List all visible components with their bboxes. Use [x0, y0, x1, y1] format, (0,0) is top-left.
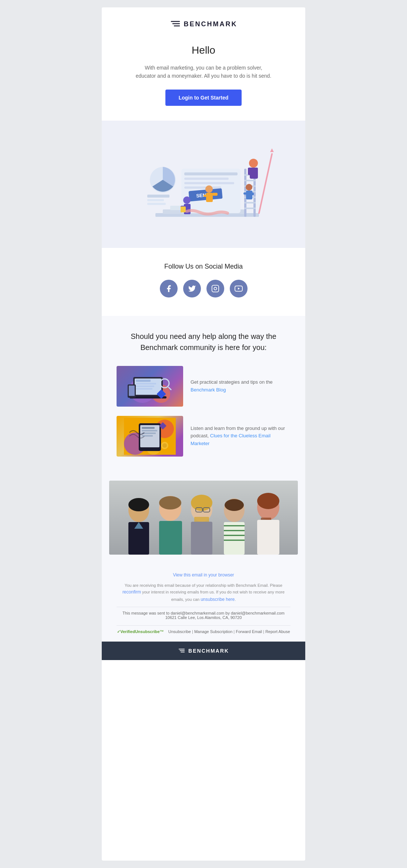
youtube-icon[interactable] [230, 280, 248, 297]
podcast-resource-item: Listen and learn from the ground up with… [117, 416, 290, 457]
svg-point-40 [246, 184, 252, 191]
unsubscribe-link[interactable]: unsubscribe here [201, 597, 235, 602]
reconfirm-link[interactable]: reconfirm [122, 589, 141, 595]
facebook-icon[interactable] [160, 280, 178, 297]
cta-button[interactable]: Login to Get Started [165, 90, 242, 106]
svg-point-97 [257, 493, 279, 509]
svg-rect-57 [129, 386, 135, 396]
blog-thumbnail [117, 366, 183, 407]
footer-legal-text: You are receiving this email because of … [117, 582, 290, 603]
svg-rect-99 [257, 520, 279, 555]
svg-rect-52 [136, 383, 156, 384]
forward-email-link[interactable]: Forward Email [236, 629, 262, 634]
hero-body: With email marketing, you can be a probl… [124, 64, 283, 80]
social-section: Follow Us on Social Media [102, 248, 305, 316]
svg-rect-30 [248, 168, 252, 175]
footer-divider [117, 607, 290, 607]
svg-rect-25 [244, 208, 256, 209]
logo-area: BENCHMARK [109, 18, 298, 30]
manage-subscription-link[interactable]: Manage Subscription [194, 629, 232, 634]
illustration-section: SEND [102, 121, 305, 248]
svg-point-83 [191, 495, 212, 511]
podcast-resource-text: Listen and learn from the ground up with… [191, 425, 290, 448]
svg-rect-33 [206, 193, 213, 202]
svg-rect-85 [191, 522, 212, 555]
svg-rect-43 [249, 192, 254, 195]
svg-rect-54 [136, 388, 152, 390]
podcast-link[interactable]: Clues for the Clueless Email Marketer [191, 433, 270, 446]
hero-title: Hello [124, 44, 283, 56]
verified-badge: ✓VerifiedUnsubscribe™ [117, 629, 164, 634]
svg-marker-46 [238, 287, 239, 290]
svg-rect-15 [147, 199, 164, 201]
svg-rect-91 [224, 522, 245, 555]
unsubscribe-footer-link[interactable]: Unsubscribe [168, 629, 191, 634]
svg-rect-7 [184, 172, 238, 175]
svg-rect-20 [244, 180, 256, 181]
team-photo [109, 481, 298, 555]
svg-point-72 [162, 443, 167, 448]
svg-point-32 [205, 185, 213, 193]
community-section: Should you need any help along the way t… [102, 316, 305, 473]
svg-rect-31 [253, 168, 258, 175]
footer-section: View this email in your browser You are … [102, 562, 305, 660]
footer-divider-2 [117, 625, 290, 626]
logo-text: BENCHMARK [184, 20, 238, 28]
team-illustration [109, 481, 298, 555]
svg-point-28 [249, 159, 258, 168]
svg-rect-10 [184, 186, 221, 189]
svg-rect-8 [184, 178, 229, 180]
svg-point-36 [183, 196, 191, 204]
svg-rect-81 [159, 521, 182, 555]
report-abuse-link[interactable]: Report Abuse [265, 629, 290, 634]
twitter-icon[interactable] [183, 280, 201, 297]
svg-rect-35 [212, 193, 218, 196]
svg-rect-39 [181, 206, 186, 212]
hero-illustration: SEND [126, 132, 281, 235]
footer-bottom-links: ✓VerifiedUnsubscribe™ Unsubscribe | Mana… [117, 629, 290, 634]
svg-rect-44 [212, 285, 218, 292]
svg-rect-24 [244, 202, 256, 203]
svg-rect-14 [147, 195, 169, 198]
benchmark-logo-icon [170, 18, 181, 30]
svg-rect-51 [136, 380, 151, 382]
email-header: BENCHMARK [102, 7, 305, 33]
community-title: Should you need any help along the way t… [117, 331, 290, 353]
footer-logo-text: BENCHMARK [188, 648, 229, 654]
blog-illustration [124, 368, 176, 405]
svg-rect-42 [243, 192, 248, 195]
social-title: Follow Us on Social Media [109, 263, 298, 270]
team-section [102, 473, 305, 562]
blog-resource-item: Get practical strategies and tips on the… [117, 366, 290, 407]
svg-rect-70 [142, 435, 153, 437]
footer-address: This message was sent to daniel@benchmar… [117, 611, 290, 620]
svg-marker-27 [270, 148, 274, 152]
instagram-icon[interactable] [206, 280, 224, 297]
view-in-browser-link[interactable]: View this email in your browser [173, 572, 234, 578]
svg-rect-67 [142, 427, 155, 429]
social-icons-row [109, 280, 298, 297]
svg-point-90 [225, 499, 244, 511]
svg-rect-68 [142, 430, 157, 431]
hero-section: Hello With email marketing, you can be a… [102, 33, 305, 121]
svg-rect-53 [136, 386, 154, 387]
podcast-illustration [124, 418, 176, 455]
svg-rect-84 [194, 517, 209, 522]
svg-point-76 [128, 498, 149, 511]
view-in-browser-link-container: View this email in your browser [117, 571, 290, 578]
blog-link[interactable]: Benchmark Blog [191, 387, 226, 393]
blog-resource-text: Get practical strategies and tips on the… [191, 379, 290, 394]
footer-logo-icon [178, 647, 185, 655]
svg-line-26 [259, 154, 272, 213]
email-container: BENCHMARK Hello With email marketing, yo… [102, 7, 305, 861]
svg-rect-9 [184, 182, 234, 184]
footer-logo-bar: BENCHMARK [102, 642, 305, 660]
svg-point-80 [159, 496, 181, 509]
svg-rect-34 [204, 195, 209, 197]
podcast-thumbnail [117, 416, 183, 457]
svg-rect-16 [147, 203, 166, 205]
